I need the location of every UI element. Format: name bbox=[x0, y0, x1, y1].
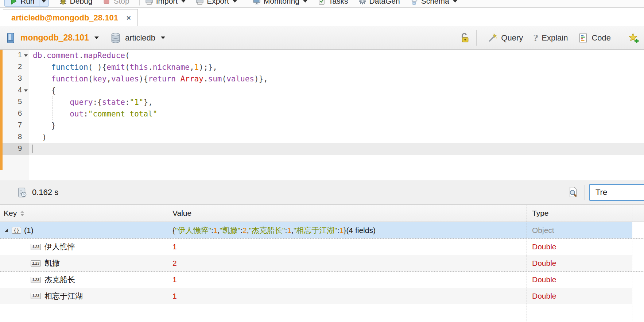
tree-view-button[interactable]: Tre bbox=[589, 184, 644, 201]
toolbar-button-tasks[interactable]: Tasks bbox=[317, 0, 348, 5]
toolbar-button-debug[interactable]: Debug bbox=[59, 0, 93, 5]
action-label: Query bbox=[501, 33, 523, 43]
toolbar-button-schema[interactable]: Schema bbox=[410, 0, 457, 5]
gutter: 7 bbox=[0, 120, 29, 131]
collapse-triangle-icon[interactable] bbox=[4, 229, 8, 232]
code-line-3: 3 function(key,values){return Array.sum(… bbox=[0, 73, 644, 85]
toolbar-separator bbox=[139, 0, 140, 5]
code-doc-icon bbox=[578, 33, 588, 43]
line-number: 1 bbox=[18, 51, 22, 59]
gutter: 5 bbox=[0, 96, 29, 108]
gutter: 1 bbox=[0, 50, 29, 61]
tab-close-icon[interactable]: × bbox=[127, 14, 131, 22]
toolbar-label: Monitoring bbox=[264, 0, 299, 5]
view-document-icon[interactable] bbox=[567, 186, 579, 198]
stop-icon bbox=[102, 0, 111, 5]
chevron-down-icon bbox=[42, 0, 46, 3]
tab-bar: articledb@mongodb_28.101 × bbox=[0, 8, 644, 26]
code-line-2: 2 function( ){emit(this.nickname,1);}, bbox=[0, 61, 644, 73]
result-row[interactable]: 1.23凯撒2Double bbox=[0, 255, 644, 271]
code-line-4: 4 { bbox=[0, 85, 644, 96]
toolbar-label: Debug bbox=[70, 0, 93, 5]
import-icon bbox=[145, 0, 154, 5]
key-label: 凯撒 bbox=[44, 258, 60, 268]
toolbar-button-run[interactable]: Run bbox=[4, 0, 49, 7]
toolbar-button-stop: Stop bbox=[102, 0, 129, 5]
gutter: 8 bbox=[0, 131, 29, 143]
line-number: 4 bbox=[18, 86, 22, 94]
result-row-object[interactable]: { }(1){ "伊人憔悴" : 1, "凯撒" : 2, "杰克船长" : 1… bbox=[0, 222, 644, 238]
gutter: 4 bbox=[0, 85, 29, 96]
code-line-content[interactable] bbox=[29, 143, 644, 155]
type-cell: Double bbox=[527, 288, 632, 304]
line-number: 3 bbox=[18, 74, 22, 83]
key-cell: 1.23凯撒 bbox=[0, 255, 168, 271]
result-row[interactable]: 1.23相忘于江湖1Double bbox=[0, 288, 644, 304]
code-line-content[interactable]: function(key,values){return Array.sum(va… bbox=[29, 73, 644, 85]
tab-title: articledb@mongodb_28.101 bbox=[11, 13, 127, 23]
separator bbox=[622, 30, 622, 46]
toolbar-label: Stop bbox=[113, 0, 129, 5]
indent-guide bbox=[52, 108, 53, 120]
column-header-type[interactable]: Type bbox=[527, 205, 632, 222]
value-cell: 2 bbox=[168, 255, 527, 271]
object-key-label: (1) bbox=[24, 226, 34, 235]
gutter: 9 bbox=[0, 143, 29, 155]
monitoring-icon bbox=[252, 0, 261, 5]
server-icon bbox=[5, 32, 17, 44]
code-line-1: 1db.comment.mapReduce( bbox=[0, 50, 644, 61]
run-dropdown[interactable] bbox=[39, 0, 49, 6]
lock-open-icon[interactable] bbox=[459, 32, 470, 43]
result-row[interactable]: 1.23伊人憔悴1Double bbox=[0, 238, 644, 255]
explain-button[interactable]: ?Explain bbox=[533, 33, 568, 43]
number-type-icon: 1.23 bbox=[31, 260, 41, 267]
results-table: Key Value Type { }(1){ "伊人憔悴" : 1, "凯撒" … bbox=[0, 205, 644, 322]
server-selector[interactable]: mongodb_28.101 bbox=[5, 32, 99, 44]
editor-empty-area[interactable] bbox=[0, 155, 644, 180]
chevron-down-icon bbox=[303, 0, 307, 3]
export-icon bbox=[195, 0, 204, 5]
toolbar-button-export[interactable]: Export bbox=[195, 0, 237, 5]
fold-caret-icon[interactable] bbox=[24, 54, 28, 57]
code-line-content[interactable]: out:"comment_total" bbox=[29, 108, 644, 120]
code-editor[interactable]: 1db.comment.mapReduce(2 function( ){emit… bbox=[0, 50, 644, 180]
code-line-content[interactable]: query:{state:"1"}, bbox=[29, 96, 644, 108]
query-button[interactable]: Query bbox=[488, 33, 523, 43]
chevron-down-icon bbox=[161, 37, 165, 39]
code-line-content[interactable]: db.comment.mapReduce( bbox=[29, 50, 644, 61]
key-cell: 1.23伊人憔悴 bbox=[0, 239, 168, 255]
chevron-down-icon bbox=[453, 0, 457, 3]
timer-icon bbox=[17, 187, 28, 198]
code-button[interactable]: Code bbox=[578, 33, 611, 43]
debug-icon bbox=[59, 0, 67, 5]
database-selector[interactable]: articledb bbox=[110, 32, 165, 44]
datagen-icon bbox=[358, 0, 367, 5]
code-line-8: 8 ) bbox=[0, 131, 644, 143]
sort-icon[interactable] bbox=[20, 211, 24, 216]
code-line-content[interactable]: { bbox=[29, 85, 644, 96]
code-line-content[interactable]: function( ){emit(this.nickname,1);}, bbox=[29, 61, 644, 73]
type-cell: Double bbox=[527, 272, 632, 288]
connection-bar-actions: Query?ExplainCode bbox=[459, 30, 639, 46]
main-toolbar: RunDebugStopImportExportMonitoringTasksD… bbox=[0, 0, 644, 8]
tab-articledb[interactable]: articledb@mongodb_28.101 × bbox=[3, 9, 138, 26]
code-line-content[interactable]: ) bbox=[29, 131, 644, 143]
code-line-content[interactable]: } bbox=[29, 120, 644, 131]
fold-caret-icon[interactable] bbox=[24, 89, 28, 92]
toolbar-button-import[interactable]: Import bbox=[145, 0, 186, 5]
toolbar-button-monitoring[interactable]: Monitoring bbox=[252, 0, 307, 5]
result-row[interactable]: 1.23杰克船长1Double bbox=[0, 271, 644, 288]
chevron-down-icon bbox=[181, 0, 186, 3]
database-name: articledb bbox=[125, 33, 155, 43]
favorite-add-icon[interactable] bbox=[628, 32, 639, 43]
number-type-icon: 1.23 bbox=[31, 244, 41, 250]
chevron-down-icon bbox=[233, 0, 237, 3]
column-header-key[interactable]: Key bbox=[0, 205, 168, 222]
toolbar-button-datagen[interactable]: DataGen bbox=[358, 0, 400, 5]
gutter: 6 bbox=[0, 108, 29, 120]
number-type-icon: 1.23 bbox=[31, 293, 41, 299]
tree-view-button-label: Tre bbox=[595, 188, 607, 197]
line-number: 2 bbox=[18, 62, 22, 71]
column-header-value[interactable]: Value bbox=[168, 205, 527, 222]
action-label: Explain bbox=[542, 33, 568, 43]
